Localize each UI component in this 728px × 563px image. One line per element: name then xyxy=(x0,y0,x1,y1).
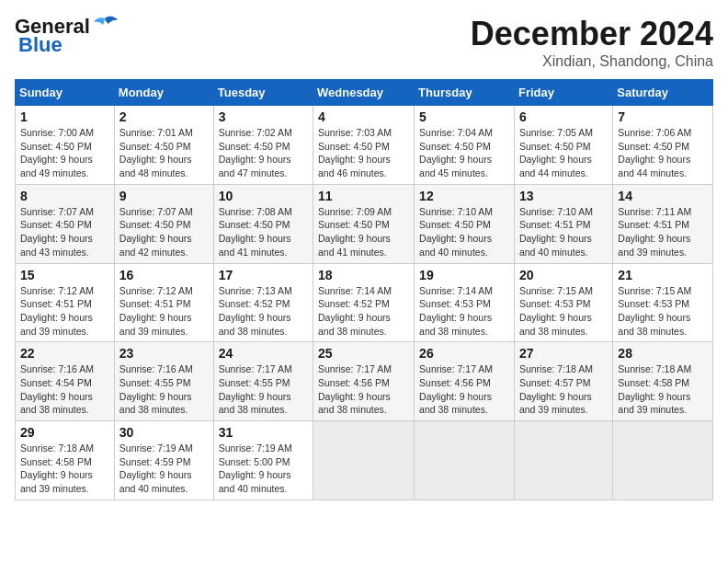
calendar-table: SundayMondayTuesdayWednesdayThursdayFrid… xyxy=(15,79,713,500)
day-detail: Sunrise: 7:02 AMSunset: 4:50 PMDaylight:… xyxy=(219,126,308,180)
day-number: 14 xyxy=(618,189,708,203)
logo: General Blue xyxy=(15,15,118,57)
day-detail: Sunrise: 7:10 AMSunset: 4:50 PMDaylight:… xyxy=(419,205,509,259)
calendar-cell: 5Sunrise: 7:04 AMSunset: 4:50 PMDaylight… xyxy=(415,106,515,185)
calendar-week-row: 29Sunrise: 7:18 AMSunset: 4:58 PMDayligh… xyxy=(16,421,713,500)
day-number: 12 xyxy=(419,189,509,203)
day-number: 13 xyxy=(519,189,608,203)
day-number: 24 xyxy=(219,346,308,361)
calendar-week-row: 1Sunrise: 7:00 AMSunset: 4:50 PMDaylight… xyxy=(16,106,713,185)
calendar-cell: 31Sunrise: 7:19 AMSunset: 5:00 PMDayligh… xyxy=(213,421,313,500)
day-number: 21 xyxy=(618,268,708,282)
calendar-cell: 10Sunrise: 7:08 AMSunset: 4:50 PMDayligh… xyxy=(213,184,313,263)
weekday-header-friday: Friday xyxy=(514,80,612,106)
logo-text-blue: Blue xyxy=(18,33,63,57)
day-detail: Sunrise: 7:18 AMSunset: 4:58 PMDaylight:… xyxy=(20,442,109,496)
day-number: 9 xyxy=(119,189,209,203)
day-number: 18 xyxy=(318,268,409,282)
calendar-cell: 25Sunrise: 7:17 AMSunset: 4:56 PMDayligh… xyxy=(313,342,415,421)
day-number: 30 xyxy=(119,425,209,440)
calendar-cell: 12Sunrise: 7:10 AMSunset: 4:50 PMDayligh… xyxy=(415,184,515,263)
day-detail: Sunrise: 7:12 AMSunset: 4:51 PMDaylight:… xyxy=(119,284,209,339)
calendar-cell: 15Sunrise: 7:12 AMSunset: 4:51 PMDayligh… xyxy=(16,263,115,342)
title-area: December 2024 Xindian, Shandong, China xyxy=(471,15,713,70)
day-detail: Sunrise: 7:15 AMSunset: 4:53 PMDaylight:… xyxy=(618,284,708,339)
calendar-cell: 7Sunrise: 7:06 AMSunset: 4:50 PMDaylight… xyxy=(613,106,713,185)
weekday-header-tuesday: Tuesday xyxy=(213,80,313,106)
calendar-cell: 30Sunrise: 7:19 AMSunset: 4:59 PMDayligh… xyxy=(114,421,213,500)
day-detail: Sunrise: 7:08 AMSunset: 4:50 PMDaylight:… xyxy=(219,205,308,259)
day-detail: Sunrise: 7:13 AMSunset: 4:52 PMDaylight:… xyxy=(219,284,308,339)
calendar-cell: 20Sunrise: 7:15 AMSunset: 4:53 PMDayligh… xyxy=(514,263,612,342)
calendar-week-row: 22Sunrise: 7:16 AMSunset: 4:54 PMDayligh… xyxy=(16,342,713,421)
weekday-header-saturday: Saturday xyxy=(613,80,713,106)
day-detail: Sunrise: 7:16 AMSunset: 4:55 PMDaylight:… xyxy=(119,362,209,417)
calendar-cell: 4Sunrise: 7:03 AMSunset: 4:50 PMDaylight… xyxy=(313,106,415,185)
day-detail: Sunrise: 7:12 AMSunset: 4:51 PMDaylight:… xyxy=(20,284,109,339)
weekday-header-sunday: Sunday xyxy=(16,80,115,106)
calendar-cell: 6Sunrise: 7:05 AMSunset: 4:50 PMDaylight… xyxy=(514,106,612,185)
calendar-cell: 22Sunrise: 7:16 AMSunset: 4:54 PMDayligh… xyxy=(16,342,115,421)
calendar-cell: 13Sunrise: 7:10 AMSunset: 4:51 PMDayligh… xyxy=(514,184,612,263)
day-number: 29 xyxy=(20,425,109,440)
calendar-cell: 23Sunrise: 7:16 AMSunset: 4:55 PMDayligh… xyxy=(114,342,213,421)
day-number: 23 xyxy=(119,346,209,361)
calendar-cell: 26Sunrise: 7:17 AMSunset: 4:56 PMDayligh… xyxy=(415,342,515,421)
day-number: 17 xyxy=(219,268,308,282)
day-number: 8 xyxy=(20,189,109,203)
calendar-title: December 2024 xyxy=(471,15,713,53)
day-detail: Sunrise: 7:18 AMSunset: 4:57 PMDaylight:… xyxy=(519,362,608,417)
calendar-cell: 19Sunrise: 7:14 AMSunset: 4:53 PMDayligh… xyxy=(415,263,515,342)
header: General Blue December 2024 Xindian, Shan… xyxy=(15,15,713,70)
day-detail: Sunrise: 7:14 AMSunset: 4:53 PMDaylight:… xyxy=(419,284,509,339)
day-detail: Sunrise: 7:17 AMSunset: 4:56 PMDaylight:… xyxy=(318,362,409,417)
calendar-cell: 1Sunrise: 7:00 AMSunset: 4:50 PMDaylight… xyxy=(16,106,115,185)
weekday-header-monday: Monday xyxy=(114,80,213,106)
day-detail: Sunrise: 7:05 AMSunset: 4:50 PMDaylight:… xyxy=(519,126,608,180)
calendar-cell: 29Sunrise: 7:18 AMSunset: 4:58 PMDayligh… xyxy=(16,421,115,500)
day-detail: Sunrise: 7:09 AMSunset: 4:50 PMDaylight:… xyxy=(318,205,409,259)
calendar-cell xyxy=(313,421,415,500)
day-detail: Sunrise: 7:15 AMSunset: 4:53 PMDaylight:… xyxy=(519,284,608,339)
day-number: 5 xyxy=(419,109,509,124)
day-number: 27 xyxy=(519,346,608,361)
day-number: 6 xyxy=(519,109,608,124)
day-detail: Sunrise: 7:04 AMSunset: 4:50 PMDaylight:… xyxy=(419,126,509,180)
weekday-header-thursday: Thursday xyxy=(415,80,515,106)
calendar-week-row: 8Sunrise: 7:07 AMSunset: 4:50 PMDaylight… xyxy=(16,184,713,263)
calendar-cell: 11Sunrise: 7:09 AMSunset: 4:50 PMDayligh… xyxy=(313,184,415,263)
day-number: 10 xyxy=(219,189,308,203)
day-number: 7 xyxy=(618,109,708,124)
day-detail: Sunrise: 7:07 AMSunset: 4:50 PMDaylight:… xyxy=(119,205,209,259)
calendar-cell: 24Sunrise: 7:17 AMSunset: 4:55 PMDayligh… xyxy=(213,342,313,421)
weekday-header-wednesday: Wednesday xyxy=(313,80,415,106)
day-number: 3 xyxy=(219,109,308,124)
day-detail: Sunrise: 7:00 AMSunset: 4:50 PMDaylight:… xyxy=(20,126,109,180)
calendar-cell xyxy=(415,421,515,500)
calendar-cell xyxy=(514,421,612,500)
day-number: 22 xyxy=(20,346,109,361)
calendar-cell: 21Sunrise: 7:15 AMSunset: 4:53 PMDayligh… xyxy=(613,263,713,342)
day-number: 15 xyxy=(20,268,109,282)
day-detail: Sunrise: 7:19 AMSunset: 5:00 PMDaylight:… xyxy=(219,442,308,496)
calendar-cell: 18Sunrise: 7:14 AMSunset: 4:52 PMDayligh… xyxy=(313,263,415,342)
day-number: 31 xyxy=(219,425,308,440)
day-detail: Sunrise: 7:14 AMSunset: 4:52 PMDaylight:… xyxy=(318,284,409,339)
day-detail: Sunrise: 7:06 AMSunset: 4:50 PMDaylight:… xyxy=(618,126,708,180)
calendar-subtitle: Xindian, Shandong, China xyxy=(471,53,713,70)
day-detail: Sunrise: 7:19 AMSunset: 4:59 PMDaylight:… xyxy=(119,442,209,496)
day-detail: Sunrise: 7:17 AMSunset: 4:56 PMDaylight:… xyxy=(419,362,509,417)
calendar-cell: 16Sunrise: 7:12 AMSunset: 4:51 PMDayligh… xyxy=(114,263,213,342)
day-number: 28 xyxy=(618,346,708,361)
day-number: 11 xyxy=(318,189,409,203)
calendar-cell: 14Sunrise: 7:11 AMSunset: 4:51 PMDayligh… xyxy=(613,184,713,263)
calendar-cell: 8Sunrise: 7:07 AMSunset: 4:50 PMDaylight… xyxy=(16,184,115,263)
calendar-cell xyxy=(613,421,713,500)
day-detail: Sunrise: 7:17 AMSunset: 4:55 PMDaylight:… xyxy=(219,362,308,417)
day-number: 16 xyxy=(119,268,209,282)
day-detail: Sunrise: 7:01 AMSunset: 4:50 PMDaylight:… xyxy=(119,126,209,180)
calendar-cell: 17Sunrise: 7:13 AMSunset: 4:52 PMDayligh… xyxy=(213,263,313,342)
day-number: 4 xyxy=(318,109,409,124)
calendar-cell: 2Sunrise: 7:01 AMSunset: 4:50 PMDaylight… xyxy=(114,106,213,185)
day-number: 19 xyxy=(419,268,509,282)
